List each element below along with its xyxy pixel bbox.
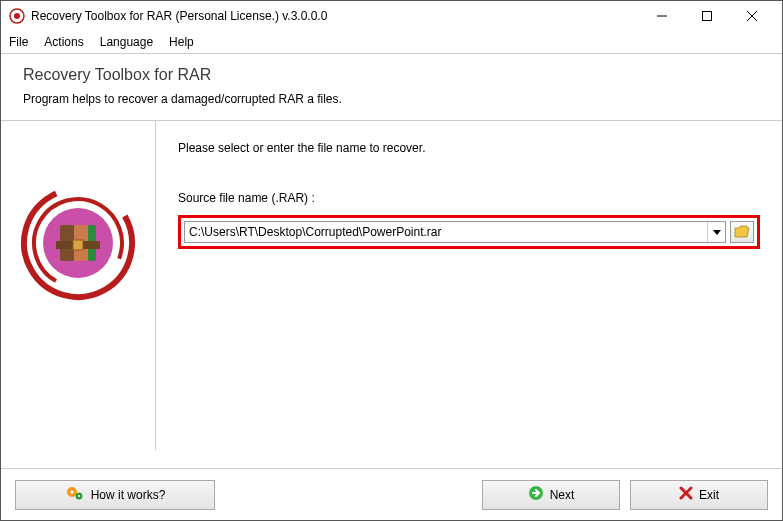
menu-actions[interactable]: Actions [44, 35, 83, 49]
exit-label: Exit [699, 488, 719, 502]
svg-point-18 [78, 495, 80, 497]
minimize-button[interactable] [639, 2, 684, 30]
svg-rect-3 [702, 12, 711, 21]
content: Please select or enter the file name to … [1, 120, 782, 450]
svg-point-1 [14, 13, 20, 19]
svg-marker-14 [713, 230, 721, 235]
svg-point-16 [70, 491, 73, 494]
exit-button[interactable]: Exit [630, 480, 768, 510]
gears-icon [65, 485, 85, 504]
file-input-wrap [184, 221, 726, 243]
window-controls [639, 2, 774, 30]
arrow-right-icon [528, 485, 544, 504]
app-logo [18, 183, 138, 303]
prompt-text: Please select or enter the file name to … [178, 141, 760, 155]
app-icon [9, 8, 25, 24]
page-subtitle: Program helps to recover a damaged/corru… [23, 92, 760, 106]
svg-rect-13 [73, 240, 83, 250]
dropdown-button[interactable] [707, 222, 725, 242]
source-file-input[interactable] [185, 222, 707, 242]
next-button[interactable]: Next [482, 480, 620, 510]
maximize-button[interactable] [684, 2, 729, 30]
field-label: Source file name (.RAR) : [178, 191, 760, 205]
main: Please select or enter the file name to … [156, 121, 782, 450]
page-title: Recovery Toolbox for RAR [23, 66, 760, 84]
close-x-icon [679, 486, 693, 503]
menu-language[interactable]: Language [100, 35, 153, 49]
menubar: File Actions Language Help [1, 31, 782, 53]
browse-button[interactable] [730, 221, 754, 243]
titlebar: Recovery Toolbox for RAR (Personal Licen… [1, 1, 782, 31]
window-title: Recovery Toolbox for RAR (Personal Licen… [31, 9, 639, 23]
menu-file[interactable]: File [9, 35, 28, 49]
footer: How it works? Next Exit [1, 468, 782, 520]
close-button[interactable] [729, 2, 774, 30]
header: Recovery Toolbox for RAR Program helps t… [1, 54, 782, 120]
folder-open-icon [734, 225, 750, 239]
sidebar [1, 121, 156, 450]
how-it-works-button[interactable]: How it works? [15, 480, 215, 510]
file-row-highlight [178, 215, 760, 249]
next-label: Next [550, 488, 575, 502]
how-it-works-label: How it works? [91, 488, 166, 502]
menu-help[interactable]: Help [169, 35, 194, 49]
